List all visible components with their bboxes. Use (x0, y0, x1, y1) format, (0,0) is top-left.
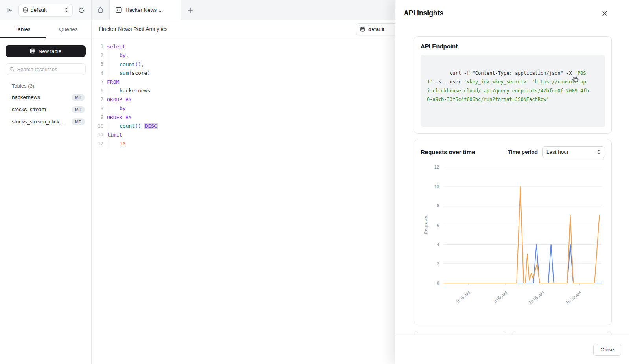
collapse-sidebar-button[interactable] (5, 5, 15, 15)
line-number: 8 (92, 106, 103, 111)
table-engine-badge: MT (72, 94, 85, 101)
line-number: 12 (92, 141, 103, 147)
requests-chart: 0246810129:35 AM9:50 AM10:05 AM10:20 AMR… (421, 162, 606, 319)
line-number: 10 (92, 123, 103, 129)
line-number: 2 (92, 53, 103, 58)
chevron-up-down-icon (64, 7, 68, 13)
svg-text:12: 12 (434, 165, 439, 169)
plus-icon (188, 7, 193, 13)
svg-text:6: 6 (437, 222, 439, 227)
refresh-button[interactable] (76, 5, 86, 15)
time-period-label: Time period (508, 149, 538, 155)
sidebar-database-value: default (31, 7, 62, 13)
time-period-select[interactable]: Last hour (542, 146, 605, 158)
line-number: 7 (92, 97, 103, 102)
last-request-card: Last request 1 minute ago (512, 331, 612, 335)
table-list-item[interactable]: stocks_stream_click...MT (6, 116, 86, 128)
panel-footer: Close (395, 335, 629, 364)
line-number: 5 (92, 79, 103, 85)
panel-title: API Insights (404, 9, 605, 17)
query-tab[interactable]: Hacker News ... (109, 0, 181, 20)
svg-text:0: 0 (437, 281, 439, 285)
svg-text:2: 2 (437, 261, 439, 266)
new-table-label: New table (39, 48, 61, 54)
sidebar-database-selector[interactable]: default (18, 4, 73, 17)
svg-text:9:35 AM: 9:35 AM (456, 290, 471, 303)
panel-body: API Endpoint curl -H "Content-Type: appl… (395, 26, 629, 335)
new-table-button[interactable]: New table (6, 45, 86, 57)
panel-header: API Insights (395, 0, 629, 26)
search-icon (9, 66, 15, 72)
query-tab-label: Hacker News ... (125, 7, 163, 13)
svg-text:4: 4 (437, 242, 439, 246)
indent-guide (107, 60, 120, 69)
table-engine-badge: MT (72, 106, 85, 113)
api-endpoint-title: API Endpoint (421, 43, 605, 50)
requests-title: Requests over time (421, 149, 508, 155)
tables-list: hackernewsMTstocks_streamMTstocks_stream… (6, 91, 86, 128)
requests-card-header: Requests over time Time period Last hour (421, 146, 605, 158)
stats-row: Total requests 66 Last request 1 minute … (414, 331, 612, 335)
sidebar: default Tables Queries New table Tables … (0, 0, 92, 364)
line-number: 1 (92, 44, 103, 49)
search-box (6, 63, 86, 75)
curl-block: curl -H "Content-Type: application/json"… (421, 55, 605, 127)
table-list-item[interactable]: hackernewsMT (6, 91, 86, 103)
line-number: 4 (92, 70, 103, 76)
api-endpoint-card: API Endpoint curl -H "Content-Type: appl… (414, 36, 612, 134)
sidebar-tabs: Tables Queries (0, 20, 91, 38)
indent-guide (107, 51, 120, 60)
line-number: 9 (92, 114, 103, 120)
indent-guide (107, 86, 120, 96)
home-button[interactable] (92, 0, 109, 20)
copy-button[interactable] (572, 59, 601, 100)
svg-text:9:50 AM: 9:50 AM (493, 290, 508, 303)
sidebar-content: New table Tables (3) hackernewsMTstocks_… (0, 38, 91, 135)
table-name: hackernews (12, 94, 40, 100)
line-number: 11 (92, 132, 103, 138)
time-period-value: Last hour (546, 149, 597, 155)
close-icon (602, 11, 607, 16)
svg-text:Requests: Requests (423, 215, 428, 234)
chart-wrap: 0246810129:35 AM9:50 AM10:05 AM10:20 AMR… (421, 162, 605, 321)
new-tab-button[interactable] (181, 0, 199, 20)
table-engine-badge: MT (72, 118, 85, 125)
query-title: Hacker News Post Analytics (99, 26, 167, 32)
requests-over-time-card: Requests over time Time period Last hour… (414, 140, 612, 325)
indent-guide (107, 104, 120, 113)
api-insights-panel: API Insights API Endpoint curl -H "Conte… (395, 0, 629, 364)
search-input[interactable] (17, 66, 82, 72)
svg-text:10:05 AM: 10:05 AM (528, 290, 545, 305)
refresh-icon (78, 7, 85, 13)
console-icon (116, 7, 122, 13)
table-name: stocks_stream_click... (12, 119, 64, 125)
svg-text:10:20 AM: 10:20 AM (565, 290, 582, 305)
sidebar-toolbar: default (0, 0, 91, 20)
home-icon (97, 7, 104, 13)
copy-icon (572, 77, 578, 83)
curl-command: curl -H "Content-Type: application/json"… (427, 70, 589, 103)
table-grid-icon (30, 48, 35, 54)
panel-close-button[interactable] (599, 8, 610, 19)
editor-database-value: default (368, 26, 384, 32)
svg-text:10: 10 (434, 184, 439, 189)
database-icon (360, 27, 365, 32)
indent-guide (107, 69, 120, 78)
line-number: 6 (92, 88, 103, 94)
table-list-item[interactable]: stocks_streamMT (6, 103, 86, 116)
svg-text:8: 8 (437, 203, 439, 208)
chevron-up-down-icon (597, 149, 601, 154)
tables-section-label: Tables (3) (12, 83, 86, 89)
total-requests-card: Total requests 66 (414, 331, 506, 335)
indent-guide (107, 140, 120, 149)
line-number: 3 (92, 61, 103, 67)
collapse-sidebar-icon (7, 7, 13, 13)
indent-guide (107, 122, 120, 131)
database-icon (23, 7, 28, 13)
table-name: stocks_stream (12, 107, 46, 112)
close-button[interactable]: Close (593, 344, 621, 356)
tab-queries[interactable]: Queries (46, 20, 91, 38)
tab-tables[interactable]: Tables (0, 20, 46, 38)
